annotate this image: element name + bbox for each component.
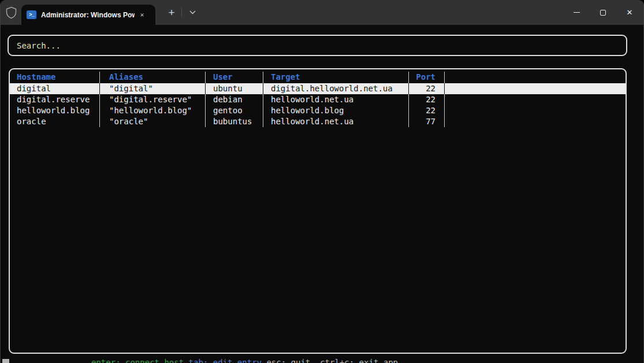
clipped-text: enter: connect host tab: edit entry esc:…: [91, 358, 398, 363]
minimize-icon: [574, 12, 580, 13]
cell-filler: [445, 83, 626, 94]
cell-aliases: "digital.reserve": [100, 94, 206, 105]
table-row[interactable]: digital "digital" ubuntu digital.hellowo…: [10, 83, 626, 94]
cell-port: 22: [409, 83, 445, 94]
cell-port: 22: [409, 94, 445, 105]
clipped-text-line: enter: connect host tab: edit entry esc:…: [1, 358, 644, 363]
cell-port: 22: [409, 105, 445, 116]
cell-hostname: digital.reserve: [10, 94, 100, 105]
table-row[interactable]: helloworld.blog "helloworld.blog" gentoo…: [10, 105, 626, 116]
maximize-button[interactable]: [590, 0, 616, 25]
column-header-target: Target: [263, 72, 409, 83]
column-header-aliases: Aliases: [100, 72, 206, 83]
cell-aliases: "digital": [100, 83, 206, 94]
cell-target: helloworld.net.ua: [263, 116, 409, 127]
table-row[interactable]: digital.reserve "digital.reserve" debian…: [10, 94, 626, 105]
column-header-hostname: Hostname: [10, 72, 100, 83]
cell-target: helloworld.net.ua: [263, 94, 409, 105]
cell-user: gentoo: [206, 105, 263, 116]
titlebar: >_ Administrator: Windows Powe ✕ + ✕: [1, 0, 644, 25]
new-tab-button[interactable]: +: [161, 0, 182, 25]
hosts-table: Hostname Aliases User Target Port digita…: [9, 68, 627, 354]
cell-filler: [445, 116, 626, 127]
maximize-icon: [600, 10, 606, 16]
cell-user: bubuntus: [206, 116, 263, 127]
clipped-segment: tab: edit entry: [184, 358, 262, 363]
cell-hostname: digital: [10, 83, 100, 94]
tab-powershell[interactable]: >_ Administrator: Windows Powe ✕: [21, 5, 155, 25]
cell-filler: [445, 94, 626, 105]
tab-title: Administrator: Windows Powe: [41, 11, 135, 19]
powershell-icon: >_: [27, 10, 36, 19]
cursor-block: [2, 359, 9, 363]
terminal-window: >_ Administrator: Windows Powe ✕ + ✕ Hos…: [0, 0, 644, 363]
tab-close-icon[interactable]: ✕: [136, 9, 148, 21]
cell-user: debian: [206, 94, 263, 105]
cell-target: helloworld.blog: [263, 105, 409, 116]
cell-target: digital.helloworld.net.ua: [263, 83, 409, 94]
cell-filler: [445, 105, 626, 116]
clipped-segment: enter: connect host: [91, 358, 184, 363]
search-box: [8, 35, 627, 56]
admin-shield-icon: [5, 6, 17, 19]
minimize-button[interactable]: [563, 0, 590, 25]
window-close-button[interactable]: ✕: [616, 0, 643, 25]
search-input[interactable]: [9, 41, 626, 50]
cell-aliases: "oracle": [100, 116, 206, 127]
cell-aliases: "helloworld.blog": [100, 105, 206, 116]
column-header-filler: [445, 72, 626, 83]
chevron-down-icon: [189, 10, 196, 14]
table-header-row: Hostname Aliases User Target Port: [10, 72, 626, 83]
cell-hostname: helloworld.blog: [10, 105, 100, 116]
cell-port: 77: [409, 116, 445, 127]
column-header-user: User: [206, 72, 263, 83]
column-header-port: Port: [409, 72, 445, 83]
table-row[interactable]: oracle "oracle" bubuntus helloworld.net.…: [10, 116, 626, 127]
clipped-segment: esc: quit ctrl+c: exit app: [262, 358, 398, 363]
cell-hostname: oracle: [10, 116, 100, 127]
cell-user: ubuntu: [206, 83, 263, 94]
close-icon: ✕: [627, 8, 633, 17]
tab-dropdown-button[interactable]: [182, 0, 203, 25]
